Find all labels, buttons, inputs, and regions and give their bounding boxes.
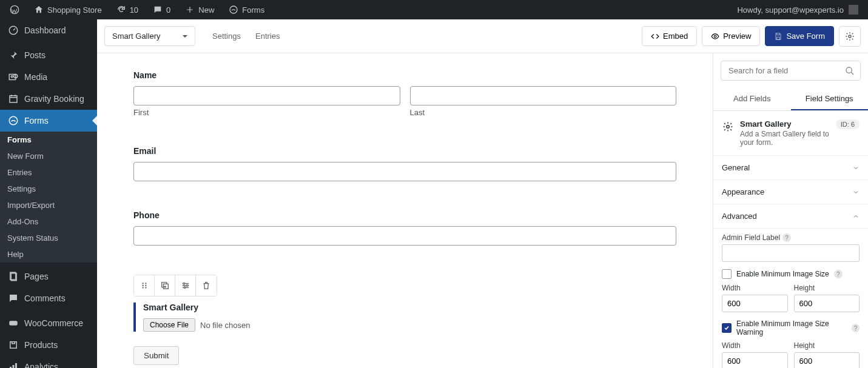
site-name: Shopping Store [47,5,102,15]
sidebar-subitem-help[interactable]: Help [0,246,97,263]
products-icon [7,339,19,351]
drag-handle[interactable] [134,275,155,296]
sidebar-item-woocommerce[interactable]: WooCommerce [0,312,97,334]
comment-icon [153,5,163,15]
sidebar-label: WooCommerce [24,318,83,328]
no-file-text: No file chosen [200,321,250,330]
sidebar-item-posts[interactable]: Posts [0,44,97,66]
sidebar-subitem-settings[interactable]: Settings [0,181,97,197]
sidebar-subitem-addons[interactable]: Add-Ons [0,213,97,230]
email-label: Email [133,146,676,156]
accordion-general[interactable]: General [713,156,868,180]
toolbar-entries-link[interactable]: Entries [255,32,280,41]
embed-label: Embed [663,32,688,41]
height-label: Height [794,284,815,292]
site-name-link[interactable]: Shopping Store [29,5,107,15]
email-field[interactable]: Email [133,146,676,181]
phone-input[interactable] [133,226,676,246]
woo-icon [7,317,19,329]
smart-gallery-label: Smart Gallery [143,303,676,312]
embed-button[interactable]: Embed [642,26,697,46]
tab-add-fields[interactable]: Add Fields [713,88,791,110]
sidebar-subitem-forms[interactable]: Forms [0,132,97,148]
analytics-icon [7,361,19,368]
forms-icon [7,115,19,127]
width-input-2[interactable] [722,352,788,368]
sidebar-item-media[interactable]: Media [0,66,97,88]
sidebar-item-pages[interactable]: Pages [0,266,97,287]
sidebar-item-comments[interactable]: Comments [0,287,97,309]
first-name-input[interactable] [133,86,400,105]
sidebar-subitem-importexport[interactable]: Import/Export [0,197,97,213]
accordion-advanced[interactable]: Advanced [713,204,868,229]
search-icon[interactable] [845,66,855,76]
width-label: Width [722,284,741,292]
sidebar-item-gravitybooking[interactable]: Gravity Booking [0,88,97,110]
help-icon[interactable]: ? [852,324,860,332]
accordion-label: Appearance [722,187,764,196]
save-button[interactable]: Save Form [765,26,834,46]
tab-field-settings[interactable]: Field Settings [791,88,869,110]
avatar-icon[interactable] [849,5,858,15]
refresh-icon [116,5,126,15]
form-selector[interactable]: Smart Gallery [104,26,195,46]
field-settings-button[interactable] [175,275,196,296]
toolbar-settings-link[interactable]: Settings [212,32,241,41]
svg-point-23 [142,285,143,286]
submit-button[interactable]: Submit [133,346,179,365]
sidebar-subitem-systemstatus[interactable]: System Status [0,230,97,246]
sidebar-item-forms[interactable]: Forms [0,110,97,132]
enable-min-checkbox[interactable] [722,269,732,279]
admin-field-label: Admin Field Label [722,233,780,242]
delete-button[interactable] [196,275,217,296]
comments-count: 0 [166,5,170,15]
sidebar-item-dashboard[interactable]: Dashboard [0,19,97,41]
forms-link[interactable]: Forms [224,5,269,15]
help-icon[interactable]: ? [834,270,843,278]
wp-logo[interactable] [5,5,24,15]
pin-icon [7,49,19,61]
panel-field-desc: Add a Smart Gallery field to your form. [740,130,830,147]
comments-link[interactable]: 0 [148,5,175,15]
howdy-text[interactable]: Howdy, support@wpexperts.io [737,5,844,15]
svg-rect-15 [15,363,17,368]
help-icon[interactable]: ? [782,233,791,242]
field-toolbar [133,275,217,296]
height-input-1[interactable] [794,295,860,312]
svg-rect-11 [9,321,18,326]
svg-rect-2 [849,5,858,15]
svg-point-32 [846,67,852,73]
forms-bar-label: Forms [242,5,264,15]
phone-field[interactable]: Phone [133,210,676,246]
updates-link[interactable]: 10 [112,5,143,15]
comment-icon [7,292,19,304]
width-input-1[interactable] [722,295,788,312]
admin-field-input[interactable] [722,244,860,262]
sidebar-label: Media [24,72,47,82]
new-link[interactable]: New [180,5,219,15]
email-input[interactable] [133,162,676,181]
chevron-down-icon [852,189,860,196]
form-editor-area: Name First Last Email [97,53,713,368]
search-input[interactable] [721,61,861,81]
gear-icon [845,32,855,41]
sidebar-item-products[interactable]: Products [0,334,97,356]
height-label: Height [794,341,815,350]
sidebar-item-analytics[interactable]: Analytics [0,356,97,368]
height-input-2[interactable] [794,352,860,368]
last-name-input[interactable] [410,86,677,105]
eye-icon [711,32,719,41]
accordion-appearance[interactable]: Appearance [713,180,868,204]
sidebar-subitem-entries[interactable]: Entries [0,164,97,181]
gravity-icon [229,5,238,15]
settings-gear-button[interactable] [839,26,861,47]
svg-point-26 [145,285,146,286]
enable-min-warning-checkbox[interactable] [722,323,732,333]
sidebar-subitem-newform[interactable]: New Form [0,148,97,164]
choose-file-button[interactable]: Choose File [143,318,195,332]
admin-sidebar: Dashboard Posts Media Gravity Booking Fo… [0,19,97,368]
smart-gallery-field[interactable]: Smart Gallery Choose File No file chosen [133,303,676,332]
preview-button[interactable]: Preview [702,26,760,46]
duplicate-button[interactable] [155,275,175,296]
name-field[interactable]: Name First Last [133,70,676,117]
